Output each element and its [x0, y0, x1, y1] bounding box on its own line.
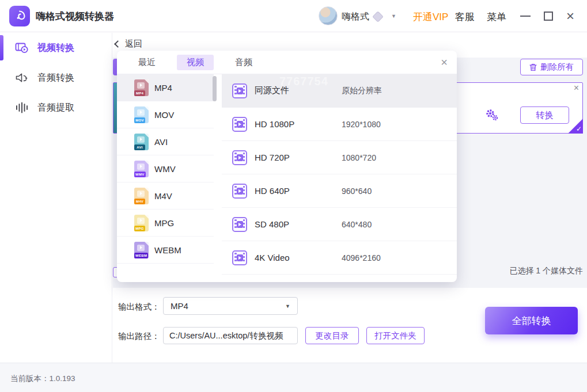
- open-folder-label: 打开文件夹: [374, 330, 416, 341]
- resolution-list: 同源文件 原始分辨率 HD 1080P 1920*1080 HD 720P 10…: [222, 74, 457, 275]
- resolution-value: 1080*720: [342, 153, 376, 162]
- audio-convert-icon: [15, 71, 29, 85]
- popup-close-icon[interactable]: ×: [441, 56, 448, 68]
- resolution-name: 4K Video: [255, 253, 290, 262]
- resolution-name: HD 1080P: [255, 119, 294, 129]
- change-directory-label: 更改目录: [316, 330, 349, 341]
- sidebar-item-label: 视频转换: [37, 42, 74, 54]
- format-item-mp4[interactable]: MP4 MP4: [117, 74, 214, 101]
- format-label: MP4: [154, 83, 172, 93]
- resolution-item-640p[interactable]: HD 640P 960*640: [222, 174, 457, 208]
- maximize-button[interactable]: [544, 12, 553, 21]
- menu-button[interactable]: 菜单: [487, 10, 506, 24]
- format-list-scrollbar[interactable]: [213, 76, 217, 101]
- format-label: WMV: [154, 164, 176, 174]
- avi-file-icon: AVI: [134, 134, 149, 150]
- status-bar: [0, 363, 587, 392]
- tab-label: 视频: [187, 57, 204, 68]
- customer-service-button[interactable]: 客服: [455, 10, 475, 24]
- resolution-name: SD 480P: [255, 219, 289, 229]
- back-button[interactable]: 返回: [115, 39, 142, 50]
- app-window: 嗨格式视频转换器 嗨格式 ▼ 开通VIP 客服 菜单 × 视频转换: [0, 0, 587, 392]
- resolution-name: 同源文件: [255, 85, 289, 96]
- mpg-file-icon: MPG: [134, 215, 149, 231]
- format-item-webm[interactable]: WEBM WEBM: [117, 237, 214, 264]
- output-format-value: MP4: [171, 301, 188, 311]
- remove-file-icon[interactable]: ×: [574, 83, 579, 93]
- format-label: WEBM: [154, 245, 181, 255]
- sidebar-item-label: 音频提取: [37, 102, 74, 114]
- convert-button[interactable]: 转换: [520, 106, 569, 124]
- video-convert-icon: [15, 41, 29, 55]
- tab-audio[interactable]: 音频: [225, 55, 262, 70]
- delete-all-button[interactable]: 删除所有: [520, 59, 583, 75]
- popup-tabs: 最近 视频 音频: [117, 51, 457, 74]
- resolution-value: 原始分辨率: [342, 86, 382, 96]
- change-directory-button[interactable]: 更改目录: [305, 327, 359, 344]
- checkmark-icon: ✓: [576, 125, 582, 133]
- mp4-file-icon: MP4: [134, 79, 149, 96]
- resolution-item-480p[interactable]: SD 480P 640*480: [222, 208, 457, 241]
- format-label: MPG: [154, 218, 174, 228]
- account-dropdown-caret-icon[interactable]: ▼: [391, 13, 396, 19]
- resolution-value: 4096*2160: [342, 253, 381, 262]
- output-format-label: 输出格式：: [118, 302, 160, 313]
- open-vip-button[interactable]: 开通VIP: [413, 10, 448, 24]
- film-play-icon: [232, 250, 247, 265]
- app-logo: [9, 6, 30, 26]
- close-window-button[interactable]: ×: [566, 9, 574, 24]
- user-avatar[interactable]: [319, 6, 338, 25]
- settings-gear-icon[interactable]: [485, 108, 499, 124]
- output-path-input[interactable]: [163, 327, 298, 344]
- minimize-button[interactable]: [520, 16, 531, 17]
- convert-all-button[interactable]: 全部转换: [485, 307, 578, 334]
- wmv-file-icon: WMV: [134, 161, 149, 177]
- version-text: 当前版本：1.0.193: [10, 374, 75, 384]
- format-item-mov[interactable]: MOV MOV: [117, 101, 214, 128]
- webm-file-icon: WEBM: [134, 242, 149, 258]
- resolution-item-source[interactable]: 同源文件 原始分辨率: [222, 74, 457, 108]
- film-play-icon: [232, 83, 247, 98]
- film-play-icon: [232, 184, 247, 199]
- username[interactable]: 嗨格式: [342, 11, 369, 23]
- format-label: AVI: [154, 137, 168, 147]
- m4v-file-icon: M4V: [134, 188, 149, 204]
- convert-label: 转换: [536, 110, 554, 121]
- resolution-value: 960*640: [342, 187, 372, 196]
- sidebar-item-video-convert[interactable]: 视频转换: [0, 33, 112, 63]
- resolution-name: HD 720P: [255, 153, 290, 162]
- format-item-avi[interactable]: AVI AVI: [117, 128, 214, 155]
- resolution-item-4k[interactable]: 4K Video 4096*2160: [222, 241, 457, 275]
- open-folder-button[interactable]: 打开文件夹: [366, 327, 425, 344]
- format-label: M4V: [154, 191, 172, 201]
- format-item-mpg[interactable]: MPG MPG: [117, 210, 214, 237]
- audio-extract-icon: [15, 101, 29, 115]
- convert-all-label: 全部转换: [512, 314, 551, 328]
- output-format-select[interactable]: MP4 ▼: [163, 297, 298, 315]
- delete-all-label: 删除所有: [540, 62, 574, 73]
- member-gem-icon: [372, 11, 384, 22]
- sidebar: 视频转换 音频转换: [0, 33, 112, 363]
- film-play-icon: [232, 217, 247, 232]
- mov-file-icon: MOV: [134, 106, 149, 123]
- tab-video[interactable]: 视频: [177, 55, 214, 70]
- format-item-wmv[interactable]: WMV WMV: [117, 155, 214, 182]
- resolution-item-1080p[interactable]: HD 1080P 1920*1080: [222, 108, 457, 141]
- format-picker-popup: 最近 视频 音频 × MP4 MP4 MOV MOV AVI AVI WMV W…: [117, 51, 457, 282]
- format-item-m4v[interactable]: M4V M4V: [117, 182, 214, 210]
- resolution-item-720p[interactable]: HD 720P 1080*720: [222, 141, 457, 174]
- sidebar-item-audio-convert[interactable]: 音频转换: [0, 63, 112, 93]
- resolution-value: 1920*1080: [342, 120, 381, 129]
- sidebar-item-audio-extract[interactable]: 音频提取: [0, 93, 112, 123]
- resolution-value: 640*480: [342, 220, 372, 229]
- format-label: MOV: [154, 110, 174, 120]
- tab-recent[interactable]: 最近: [128, 55, 165, 70]
- output-path-label: 输出路径：: [118, 331, 160, 342]
- tab-label: 音频: [235, 57, 252, 68]
- film-play-icon: [232, 117, 247, 132]
- back-chevron-icon: [114, 40, 122, 48]
- sidebar-item-label: 音频转换: [37, 72, 74, 84]
- app-title: 嗨格式视频转换器: [36, 10, 114, 23]
- resolution-name: HD 640P: [255, 186, 290, 196]
- swirl-icon: [13, 9, 26, 23]
